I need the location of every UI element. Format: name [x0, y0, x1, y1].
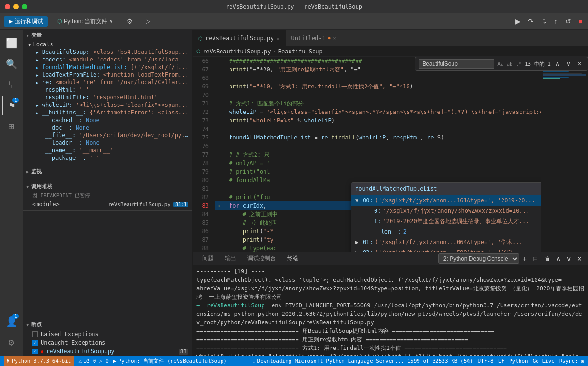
hover-subitem-1[interactable]: 1: '2019-2020年度全国各地选调生招录、事业单位人才... [351, 216, 541, 227]
panel-console-selector[interactable]: 2: Python Debug Console 1: Terminal [438, 253, 519, 264]
minimize-button[interactable] [13, 4, 19, 9]
var-package[interactable]: __package__: ' ' [26, 154, 192, 162]
panel-down-button[interactable]: ∨ [564, 254, 573, 263]
panel-tab-problems[interactable]: 问题 [196, 252, 219, 265]
status-encoding[interactable]: UTF-8 [478, 358, 494, 364]
panel-tab-debug-console[interactable]: 调试控制台 [242, 252, 281, 265]
tab-untitled[interactable]: Untitled-1 ● ✕ [286, 30, 342, 46]
hover-subitem-len[interactable]: __len__: 2 [351, 227, 541, 237]
hover-popup-content[interactable]: ▼ 00: ('/xsglxt/f/jyxt/anon...161&type='… [351, 195, 541, 252]
var-respHtmlFile[interactable]: respHtmlFile: 'responseHtml.html' [26, 94, 192, 101]
var-file[interactable]: __file__: '/Users/crifan/dev/dev_root/py… [26, 131, 192, 139]
debug-continue-button[interactable]: ▶ [513, 17, 522, 26]
tab-untitled-close[interactable]: ✕ [333, 35, 336, 41]
activity-git[interactable]: ⑂ [2, 75, 21, 94]
debug-stop-button[interactable]: ■ [577, 17, 584, 26]
var-re[interactable]: re: <module 're' from '/usr/local/Cellar… [26, 78, 192, 86]
find-input[interactable] [419, 59, 494, 69]
breakpoints-header[interactable]: 断点 [23, 319, 192, 330]
panel-area: 问题 输出 调试控制台 终端 2: Python Debug Console 1… [193, 252, 588, 356]
panel-delete-button[interactable]: 🗑 [542, 254, 552, 263]
status-rsync[interactable]: Rsync: ◉ [559, 358, 584, 364]
tab-reVsBeautifulSoup[interactable]: ⬡ reVsBeautifulSoup.py ✕ [193, 30, 286, 46]
code-area[interactable]: ####################################### … [212, 57, 541, 252]
status-line-ending[interactable]: LF [498, 358, 504, 364]
debug-step-out-button[interactable]: ↑ [553, 17, 560, 26]
find-options-ab[interactable]: ab [506, 61, 512, 67]
bp-raised-checkbox[interactable] [32, 331, 38, 337]
var-builtins[interactable]: __builtins__: {'ArithmeticError': <class… [26, 109, 192, 116]
tab-dirty-indicator: ● [328, 36, 331, 40]
locals-header[interactable]: Locals [26, 41, 192, 48]
status-debug-item[interactable]: ⚑ Python 3.7.3 64-bit [4, 356, 74, 366]
panel-close-button[interactable]: ✕ [575, 254, 584, 263]
status-go-live[interactable]: Go Live [533, 358, 554, 364]
tab-close-button[interactable]: ✕ [277, 36, 280, 41]
var-loader[interactable]: __loader__: None [26, 139, 192, 147]
bp-file-item[interactable]: ✓ ● reVsBeautifulSoup.py 83 [23, 347, 192, 356]
hover-item-01[interactable]: ▶ 01: ('/xsglxt/f/jyxt/anon...064&type='… [351, 237, 541, 247]
breadcrumb-file[interactable]: reVsBeautifulSoup.py [203, 48, 271, 55]
python-icon: ⬡ [57, 18, 62, 25]
maximize-button[interactable] [22, 4, 27, 9]
terminal-line-8: wholeLiP=<li\s+class="clearfix"><span>.*… [196, 352, 584, 356]
var-cached[interactable]: __cached__: None [26, 116, 192, 124]
var-loadTextFromFile[interactable]: loadTextFromFile: <function loadTextFrom… [26, 71, 192, 78]
var-wholeLiP[interactable]: wholeLiP: '<li\\s+class="clearfix"><span… [26, 101, 192, 109]
activity-accounts[interactable]: 👤 1 [2, 312, 21, 331]
activity-extensions[interactable]: ⊞ [2, 117, 21, 136]
settings-button[interactable]: ⚙ [123, 16, 136, 26]
terminal-line-2: type(eachMatchObject): <class 'tuple'>; … [196, 276, 584, 284]
find-options-regex[interactable]: .* [516, 61, 522, 67]
bp-uncaught-exceptions[interactable]: ✓ Uncaught Exceptions [23, 339, 192, 347]
bp-raised-exceptions[interactable]: Raised Exceptions [23, 330, 192, 339]
var-codecs[interactable]: codecs: <module 'codecs' from '/usr/loca… [26, 56, 192, 63]
status-language[interactable]: Python [509, 358, 528, 364]
var-BeautifulSoup[interactable]: BeautifulSoup: <class 'bs4.BeautifulSoup… [26, 48, 192, 56]
callstack-item[interactable]: <module> reVsBeautifulSoup.py 83:1 [23, 200, 192, 209]
python-file-button[interactable]: ⬡ Python: 当前文件 ∨ [53, 16, 117, 27]
find-options-aa[interactable]: Aa [497, 61, 503, 67]
activity-search[interactable]: 🔍 [2, 54, 21, 73]
var-foundAllMatchedTupleList[interactable]: foundAllMatchedTupleList: [('/xsglxt/f/j… [26, 63, 192, 71]
ln-72: 72 [193, 108, 209, 116]
variables-header[interactable]: 变量 [23, 30, 192, 41]
run-file-button[interactable]: ▷ [142, 17, 154, 26]
find-next-button[interactable]: ∨ [564, 60, 572, 68]
activity-debug[interactable]: ⚑ 1 [2, 96, 21, 115]
watch-header[interactable]: 监视 [23, 166, 192, 177]
bp-uncaught-label: Uncaught Exceptions [41, 340, 105, 346]
hover-item-00[interactable]: ▼ 00: ('/xsglxt/f/jyxt/anon...161&type='… [351, 195, 541, 206]
hover-item-02[interactable]: ▶ 02: ('/xsglxt/f/jyxt/anon...599&type='… [351, 247, 541, 252]
panel-up-button[interactable]: ∧ [554, 254, 562, 263]
var-respHtml[interactable]: respHtml: ' ' [26, 86, 192, 94]
hover-expand-00: ▼ [355, 196, 361, 205]
tab-python-icon: ⬡ [198, 36, 203, 41]
breadcrumb-symbol[interactable]: BeautifulSoup [278, 48, 323, 55]
var-doc[interactable]: __doc__: None [26, 124, 192, 131]
debug-step-over-button[interactable]: ↷ [526, 17, 536, 26]
bp-uncaught-checkbox[interactable]: ✓ [32, 340, 38, 346]
run-debug-button[interactable]: ▶ 运行和调试 [4, 16, 48, 27]
git-icon: ⑂ [9, 79, 14, 90]
code-line-72: wholeLiP = '<li\s+class="clearfix"><span… [215, 108, 541, 116]
debug-restart-button[interactable]: ↺ [563, 17, 573, 26]
debug-badge: 1 [12, 98, 19, 103]
warning-icon: ⚠ [78, 358, 82, 364]
close-button[interactable] [5, 4, 10, 9]
bp-file-checkbox[interactable]: ✓ [32, 349, 38, 354]
find-prev-button[interactable]: ∧ [554, 60, 562, 68]
debug-step-into-button[interactable]: ↴ [539, 17, 549, 26]
panel-split-button[interactable]: ⊟ [530, 254, 540, 263]
status-warnings[interactable]: ⚠ ⎇ 0 △ 0 [78, 358, 108, 364]
find-close-button[interactable]: ✕ [575, 60, 584, 68]
callstack-header[interactable]: 调用堆栈 [23, 181, 192, 192]
var-name[interactable]: __name__: '__main__' [26, 147, 192, 154]
panel-add-button[interactable]: + [521, 254, 528, 263]
window-controls[interactable] [5, 4, 27, 9]
activity-explorer[interactable]: ⬜ [2, 34, 21, 52]
panel-tab-terminal[interactable]: 终端 [281, 252, 304, 265]
panel-tab-output[interactable]: 输出 [219, 252, 242, 265]
activity-settings[interactable]: ⚙ [2, 333, 21, 352]
hover-subitem-0[interactable]: 0: '/xsglxt/f/jyxt/anony/showZwxx?zpxxid… [351, 206, 541, 216]
